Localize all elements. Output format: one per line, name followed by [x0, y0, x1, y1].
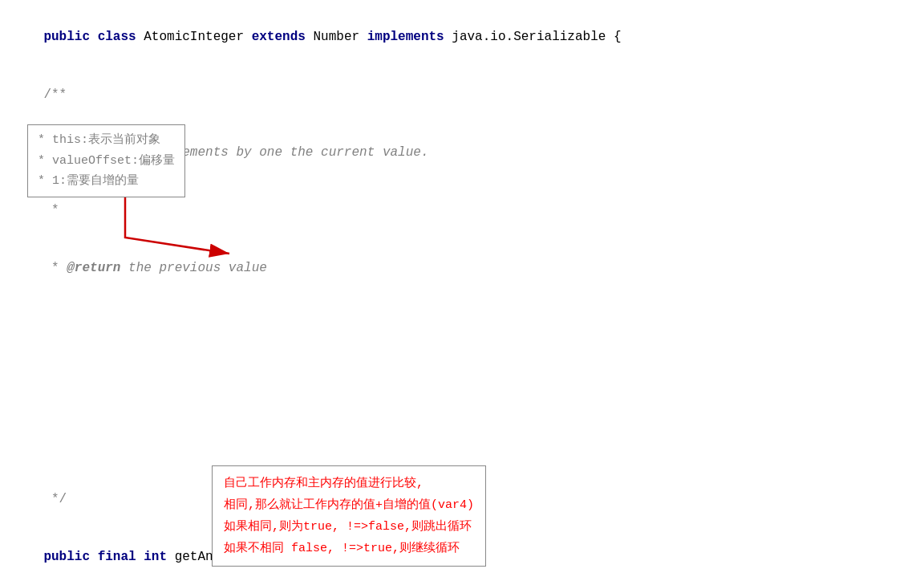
tooltip-line-4: 如果不相同 false, !=>true,则继续循环	[224, 538, 474, 559]
comment-open: /**	[43, 87, 67, 102]
return-desc: the previous value	[128, 261, 267, 275]
comment-star2: *	[43, 261, 67, 275]
kw-public2: public	[43, 550, 97, 564]
kw-public: public	[43, 30, 97, 44]
tooltip-one: * 1:需要自增的量	[38, 171, 175, 192]
class-name: AtomicInteger	[144, 30, 251, 44]
tooltip-this: * this:表示当前对象	[38, 130, 175, 151]
extends-name: Number	[313, 30, 367, 44]
code-line-2: /**	[13, 66, 911, 124]
comment-star: *	[43, 203, 59, 217]
tooltip-line-1: 自己工作内存和主内存的值进行比较,	[224, 473, 474, 494]
kw-final: final	[98, 550, 144, 564]
code-line-1: public class AtomicInteger extends Numbe…	[13, 8, 911, 66]
kw-implements: implements	[367, 30, 452, 44]
tooltip-valueoffset: * valueOffset:偏移量	[38, 151, 175, 172]
comment-close: */	[43, 492, 67, 506]
kw-extends: extends	[252, 30, 314, 44]
code-container: public class AtomicInteger extends Numbe…	[13, 8, 911, 581]
return-tag: @return	[67, 261, 128, 275]
kw-int: int	[144, 550, 174, 564]
tooltip-explanation: 自己工作内存和主内存的值进行比较, 相同,那么就让工作内存的值+自增的值(var…	[212, 465, 486, 567]
tooltip-line-3: 如果相同,则为true, !=>false,则跳出循环	[224, 516, 474, 538]
code-line-5: * @return the previous value	[13, 239, 911, 297]
implements-name: java.io.Serializable {	[452, 30, 621, 44]
tooltip-line-2: 相同,那么就让工作内存的值+自增的值(var4)	[224, 494, 474, 516]
tooltip-parameters: * this:表示当前对象 * valueOffset:偏移量 * 1:需要自增…	[27, 124, 185, 197]
kw-class: class	[98, 30, 144, 44]
